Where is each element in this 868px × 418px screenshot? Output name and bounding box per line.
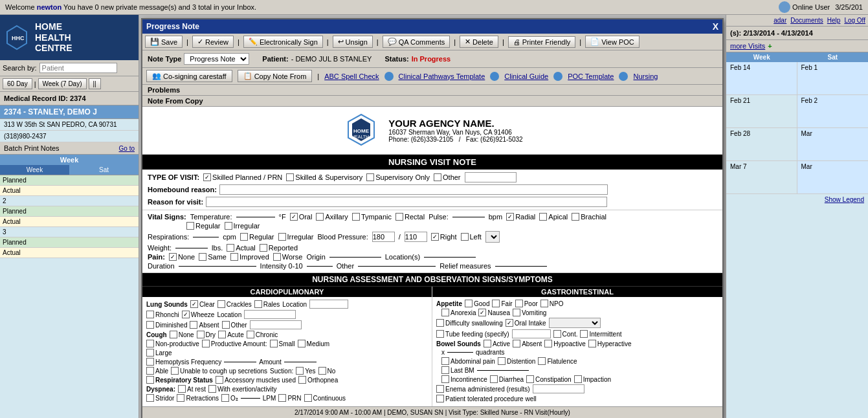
intermittent-option[interactable]: Intermittent — [580, 330, 621, 338]
anorexia-checkbox[interactable] — [441, 309, 449, 316]
goto-link[interactable]: Go to — [119, 145, 135, 152]
pain-improved-option[interactable]: Improved — [230, 253, 269, 261]
accessory-option[interactable]: Accessory muscles used — [216, 376, 296, 384]
bowel-active-checkbox[interactable] — [484, 340, 491, 347]
resp-irregular-option[interactable]: Irregular — [278, 233, 314, 241]
at-rest-option[interactable]: At rest — [178, 385, 206, 393]
resp-regular-checkbox[interactable] — [240, 233, 248, 241]
documents-link[interactable]: Documents — [790, 17, 823, 24]
unable-checkbox[interactable] — [171, 367, 179, 375]
e-sign-button[interactable]: ✏️ Electronically Sign — [243, 36, 323, 48]
bp-diastolic[interactable] — [405, 232, 427, 242]
apical-option[interactable]: Apical — [539, 213, 568, 221]
nonproductive-option[interactable]: Non-productive — [146, 340, 199, 347]
o2-option[interactable]: O₂ — [221, 394, 238, 402]
review-button[interactable]: ✓ Review — [192, 36, 234, 48]
radial-option[interactable]: Radial — [506, 213, 535, 221]
o2-checkbox[interactable] — [221, 394, 229, 402]
diminished-checkbox[interactable] — [146, 321, 154, 329]
rales-checkbox[interactable] — [254, 300, 262, 308]
constipation-checkbox[interactable] — [526, 375, 534, 383]
rectal-option[interactable]: Rectal — [395, 213, 425, 221]
distention-option[interactable]: Distention — [498, 357, 535, 365]
printer-friendly-button[interactable]: 🖨 Printer Friendly — [508, 36, 576, 48]
difficulty-checkbox[interactable] — [436, 319, 444, 327]
search-input[interactable] — [39, 63, 117, 73]
at-rest-checkbox[interactable] — [178, 385, 186, 393]
suction-no-checkbox[interactable] — [318, 367, 326, 375]
other-lung-checkbox[interactable] — [222, 321, 230, 329]
intermittent-checkbox[interactable] — [580, 330, 588, 338]
clear-checkbox[interactable] — [190, 300, 198, 308]
enema-input[interactable] — [533, 384, 584, 393]
accessory-checkbox[interactable] — [216, 376, 223, 384]
reason-input[interactable] — [206, 197, 607, 207]
diminished-option[interactable]: Diminished — [146, 321, 187, 329]
cough-dry-option[interactable]: Dry — [197, 331, 216, 338]
incontinence-checkbox[interactable] — [441, 375, 449, 383]
incontinence-option[interactable]: Incontinence — [441, 375, 487, 383]
right-option[interactable]: Right — [431, 233, 457, 241]
wheeze-option[interactable]: Wheeze — [182, 311, 215, 318]
cough-chronic-checkbox[interactable] — [247, 331, 254, 338]
cont-option[interactable]: Cont. — [553, 330, 578, 338]
help-link[interactable]: Help — [827, 17, 841, 24]
wheeze-location-input[interactable] — [244, 310, 296, 319]
with-exertion-checkbox[interactable] — [208, 385, 216, 393]
retractions-checkbox[interactable] — [177, 394, 184, 402]
large-option[interactable]: Large — [146, 349, 428, 357]
small-option[interactable]: Small — [270, 340, 295, 347]
abd-pain-option[interactable]: Abdominal pain — [441, 357, 495, 365]
skilled-supervisory-checkbox[interactable] — [286, 173, 294, 181]
copy-note-from-button[interactable]: 📋 Copy Note From — [238, 70, 313, 82]
pain-same-option[interactable]: Same — [199, 253, 227, 261]
tube-feeding-input[interactable] — [512, 329, 551, 338]
more-visits-link[interactable]: more Visits — [730, 42, 765, 50]
right-checkbox[interactable] — [431, 233, 439, 241]
cough-none-checkbox[interactable] — [170, 331, 177, 338]
skilled-planned-checkbox[interactable] — [203, 173, 211, 181]
difficulty-option[interactable]: Difficulty swallowing — [436, 319, 503, 327]
pain-none-option[interactable]: None — [169, 253, 195, 261]
enema-option[interactable]: Enema administered (results) — [436, 385, 530, 393]
wheeze-checkbox[interactable] — [182, 311, 190, 318]
other-checkbox[interactable] — [434, 173, 441, 181]
bowel-absent-option[interactable]: Absent — [513, 340, 542, 347]
medium-checkbox[interactable] — [298, 340, 306, 347]
supervisory-only-option[interactable]: Supervisory Only — [366, 173, 430, 181]
regular-option[interactable]: Regular — [186, 222, 221, 230]
left-option[interactable]: Left — [461, 233, 482, 241]
hemoptysis-option[interactable]: Hemoptysis Frequency — [146, 358, 221, 366]
irregular-option[interactable]: Irregular — [225, 222, 260, 230]
poor-checkbox[interactable] — [515, 300, 523, 307]
actual-weight-checkbox[interactable] — [227, 244, 234, 252]
view-poc-button[interactable]: 📄 View POC — [585, 36, 640, 48]
logoff-link[interactable]: Log Off — [844, 17, 865, 24]
regular-checkbox[interactable] — [186, 222, 194, 230]
cough-none-option[interactable]: None — [170, 331, 194, 338]
npo-option[interactable]: NPO — [540, 300, 564, 307]
diarrhea-checkbox[interactable] — [490, 375, 498, 383]
cont-checkbox[interactable] — [553, 330, 561, 338]
other-option[interactable]: Other — [434, 173, 461, 181]
prn-option[interactable]: PRN — [278, 394, 301, 402]
cough-chronic-option[interactable]: Chronic — [247, 331, 278, 338]
rhonchi-option[interactable]: Rhonchi — [146, 311, 179, 318]
reported-weight-checkbox[interactable] — [260, 244, 267, 252]
poor-option[interactable]: Poor — [515, 300, 538, 307]
brachial-option[interactable]: Brachial — [572, 213, 606, 221]
bowel-absent-checkbox[interactable] — [513, 340, 520, 347]
oral-intake-checkbox[interactable] — [506, 319, 513, 327]
patient-tolerated-option[interactable]: Patient tolerated procedure well — [436, 395, 537, 402]
prn-checkbox[interactable] — [278, 394, 286, 402]
npo-checkbox[interactable] — [540, 300, 548, 307]
pain-worse-checkbox[interactable] — [273, 253, 281, 261]
orthopnea-option[interactable]: Orthopnea — [298, 376, 338, 384]
suction-no-option[interactable]: No — [318, 367, 336, 375]
left-checkbox[interactable] — [461, 233, 469, 241]
absent-lung-option[interactable]: Absent — [190, 321, 219, 329]
flatulence-option[interactable]: Flatulence — [538, 357, 577, 365]
diarrhea-option[interactable]: Diarrhea — [490, 375, 524, 383]
tympanic-option[interactable]: Tympanic — [352, 213, 392, 221]
axillary-option[interactable]: Axillary — [316, 213, 348, 221]
